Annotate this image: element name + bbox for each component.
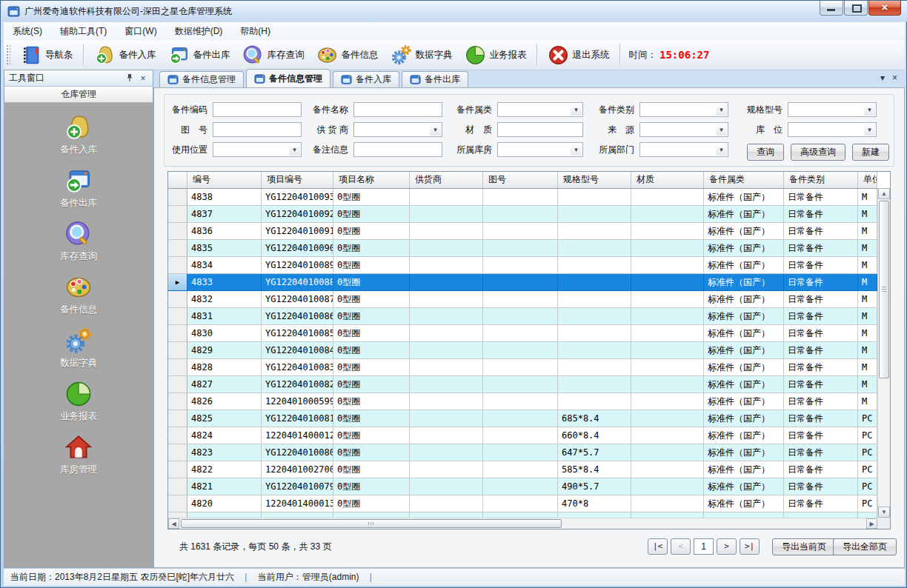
toolbar-button[interactable]: 备件入库 [88,43,162,67]
filter-select[interactable]: ▾ [213,142,302,157]
table-row[interactable]: 4828YG122040100830型圈标准件（国产）日常备件M [168,359,877,376]
table-row[interactable]: 482212204010027000型圈585*8.4标准件（国产）日常备件PC [168,461,877,478]
table-row[interactable]: 482012204014000130型圈470*8标准件（国产）日常备件PC [168,495,877,512]
horizontal-scrollbar[interactable]: ◀ ▶ [168,518,877,529]
toolbar-button[interactable]: 备件信息 [310,43,385,67]
table-row[interactable]: 4831YG122040100860型圈标准件（国产）日常备件M [168,308,877,325]
table-header-cell[interactable]: 备件类别 [784,172,858,188]
sidebar-item[interactable]: 备件入库 [4,113,153,156]
maximize-button[interactable] [844,1,868,16]
filter-select[interactable]: ▾ [639,102,728,117]
table-header-cell[interactable]: 编号 [187,172,262,188]
table-row[interactable]: 4837YG122040100920型圈标准件（国产）日常备件M [168,206,877,223]
close-button[interactable] [868,1,901,16]
menu-item[interactable]: 系统(S) [4,22,51,40]
table-header-cell[interactable]: 项目名称 [333,172,410,188]
table-row[interactable]: 4832YG122040100870型圈标准件（国产）日常备件M [168,291,877,308]
pin-icon[interactable] [124,73,135,84]
table-row[interactable]: 4829YG122040100840型圈标准件（国产）日常备件M [168,342,877,359]
table-row[interactable]: 4836YG122040100910型圈标准件（国产）日常备件M [168,223,877,240]
tab-list-chevron-icon[interactable]: ▾ [880,73,885,83]
menu-item[interactable]: 辅助工具(T) [51,22,116,40]
toolbar-button[interactable]: 导航条 [14,43,79,67]
filter-select[interactable]: ▾ [353,122,442,137]
first-page-button[interactable]: |< [648,538,668,555]
table-header-cell[interactable]: 供货商 [410,172,483,188]
table-row[interactable]: 4838YG122040100930型圈标准件（国产）日常备件M [168,189,877,206]
export-all-pages-button[interactable]: 导出全部页 [833,538,897,555]
prev-page-button[interactable]: < [671,538,691,555]
sidebar-item[interactable]: 业务报表 [4,380,153,423]
filter-select[interactable]: ▾ [497,102,583,117]
filter-button[interactable]: 查询 [747,144,784,161]
filter-input[interactable] [353,142,442,157]
toolbar-button[interactable]: 库存查询 [236,43,310,67]
record-summary: 共 1631 条记录，每页 50 条，共 33 页 [179,541,331,553]
toolbar-grip[interactable] [6,44,10,65]
menu-item[interactable]: 数据维护(D) [166,22,232,40]
filter-select[interactable]: ▾ [639,142,728,157]
table-header-cell[interactable] [168,172,187,188]
sidebar-item[interactable]: 备件信息 [4,273,153,316]
scroll-up-icon[interactable]: ▲ [878,188,890,199]
filter-input[interactable] [497,122,583,137]
table-row[interactable]: 4834YG122040100890型圈标准件（国产）日常备件M [168,257,877,274]
page-number-input[interactable]: 1 [694,538,714,555]
tab-close-icon[interactable]: × [892,73,897,83]
tab[interactable]: 备件出库 [402,71,468,87]
row-indicator [168,393,187,410]
next-page-button[interactable]: > [717,538,737,555]
table-row[interactable]: 4835YG122040100900型圈标准件（国产）日常备件M [168,240,877,257]
table-header-cell[interactable]: 单位 [858,172,877,188]
toolbar: 导航条备件入库备件出库库存查询备件信息数据字典业务报表退出系统 时间： 15:0… [4,40,905,70]
minimize-button[interactable] [820,1,843,16]
scroll-down-icon[interactable]: ▼ [878,507,890,518]
table-row[interactable]: 482612204010005990型圈标准件（国产）日常备件M [168,393,877,410]
vertical-scroll-thumb[interactable] [879,201,889,378]
sidebar-item[interactable]: 备件出库 [4,167,153,210]
close-panel-icon[interactable]: × [138,73,148,84]
scroll-left-icon[interactable]: ◀ [168,518,179,529]
toolbar-button[interactable]: 业务报表 [459,43,533,67]
filter-select[interactable]: ▾ [639,122,728,137]
table-row[interactable]: 482412204014000120型圈660*8.4标准件（国产）日常备件PC [168,427,877,444]
table-row[interactable]: 4827YG122040100820型圈标准件（国产）日常备件M [168,376,877,393]
tab[interactable]: 备件信息管理 [159,71,244,87]
table-header-cell[interactable]: 项目编号 [262,172,333,188]
table-row[interactable]: 4821YG122040100790型圈490*5.7标准件（国产）日常备件PC [168,478,877,495]
filter-input[interactable] [213,102,302,117]
tab[interactable]: 备件信息管理 [246,69,330,87]
toolbar-button[interactable]: 备件出库 [162,43,236,67]
menu-item[interactable]: 窗口(W) [116,22,165,40]
table-header-cell[interactable]: 规格型号 [558,172,631,188]
sidebar-item[interactable]: 库房管理 [4,433,153,476]
filter-select[interactable]: ▾ [497,142,583,157]
last-page-button[interactable]: >| [740,538,760,555]
report-pie-icon [64,380,93,408]
table-header-cell[interactable]: 材质 [631,172,704,188]
table-header-cell[interactable]: 备件属类 [704,172,784,188]
filter-input[interactable] [353,102,442,117]
scroll-right-icon[interactable]: ▶ [866,518,877,529]
filter-select[interactable]: ▾ [788,122,877,137]
toolbar-button[interactable]: 数据字典 [385,43,459,67]
table-header-cell[interactable]: 图号 [483,172,558,188]
table-row[interactable]: 4825YG122040100810型圈685*8.4标准件（国产）日常备件PC [168,410,877,427]
table-row[interactable]: ▶4833YG122040100880型圈标准件（国产）日常备件M [168,274,877,291]
table-row[interactable]: 4830YG122040100850型圈标准件（国产）日常备件M [168,325,877,342]
toolbar-button[interactable]: 退出系统 [542,43,616,67]
filter-select[interactable]: ▾ [788,102,877,117]
filter-button[interactable]: 高级查询 [791,144,845,161]
horizontal-scroll-thumb[interactable] [181,519,562,528]
sidebar-item[interactable]: 数据字典 [4,327,153,370]
table-row[interactable]: 4823YG122040100800型圈647*5.7标准件（国产）日常备件PC [168,444,877,461]
table-cell: YG12204010092 [262,206,333,223]
filter-button[interactable]: 新建 [852,144,889,161]
export-current-page-button[interactable]: 导出当前页 [772,538,836,555]
menu-item[interactable]: 帮助(H) [231,22,279,40]
sidebar-section-header[interactable]: 仓库管理 [4,87,153,103]
tab[interactable]: 备件入库 [333,71,399,87]
sidebar-item[interactable]: 库存查询 [4,220,153,263]
vertical-scrollbar[interactable]: ▲ ▼ [877,188,890,518]
filter-input[interactable] [213,122,302,137]
